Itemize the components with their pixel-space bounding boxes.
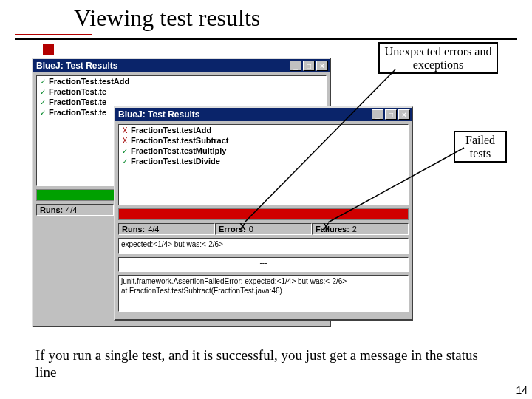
test-results-window-fail: BlueJ: Test Results _ □ × XFractionTest.… <box>114 106 413 321</box>
minimize-button[interactable]: _ <box>290 61 301 71</box>
check-icon: ✓ <box>39 98 47 106</box>
check-icon: ✓ <box>121 157 129 165</box>
maximize-button[interactable]: □ <box>385 109 397 120</box>
close-button[interactable]: × <box>398 109 410 120</box>
check-icon: ✓ <box>39 109 47 116</box>
x-icon: X <box>121 126 129 134</box>
stats-row: Runs:4/4 Errors:0 Failures:2 <box>118 223 409 235</box>
stacktrace: junit.framework.AssertionFailedError: ex… <box>118 275 409 312</box>
overlay-x-failures: X <box>323 221 332 230</box>
minimize-button[interactable]: _ <box>372 109 383 120</box>
test-list: XFractionTest.testAdd XFractionTest.test… <box>118 124 409 205</box>
list-item[interactable]: XFractionTest.testSubtract <box>119 135 408 146</box>
callout-failed: Failed tests <box>454 131 507 163</box>
close-button[interactable]: × <box>316 61 328 71</box>
list-item[interactable]: ✓FractionTest.te <box>37 86 326 97</box>
list-item[interactable]: XFractionTest.testAdd <box>119 125 408 135</box>
accent-square <box>43 44 54 55</box>
check-icon: ✓ <box>39 78 47 85</box>
x-icon: X <box>121 137 129 144</box>
page-number: 14 <box>516 384 528 396</box>
window-title-app: BlueJ: <box>118 109 146 120</box>
overlay-x-errors: X <box>239 221 248 230</box>
list-item[interactable]: ✓FractionTest.testMultiply <box>119 146 408 156</box>
title-rule <box>15 38 517 40</box>
window-title-doc: Test Results <box>66 61 117 71</box>
window-title-doc: Test Results <box>148 109 200 120</box>
progress-bar <box>118 208 409 220</box>
maximize-button[interactable]: □ <box>303 61 315 71</box>
window-title-app: BlueJ: <box>36 61 64 71</box>
separator: --- <box>118 257 409 272</box>
list-item[interactable]: ✓FractionTest.testDivide <box>119 156 408 166</box>
slide-title: Viewing test results <box>15 4 517 32</box>
check-icon: ✓ <box>39 88 47 95</box>
list-item[interactable]: ✓FractionTest.testAdd <box>37 76 326 86</box>
footer-text: If you run a single test, and it is succ… <box>35 347 495 381</box>
callout-errors: Unexpected errors and exceptions <box>378 42 498 74</box>
title-accent <box>15 33 517 36</box>
check-icon: ✓ <box>121 147 129 154</box>
failure-message: expected:<1/4> but was:<-2/6> <box>118 238 409 254</box>
list-item[interactable]: ✓FractionTest.te <box>37 97 326 107</box>
